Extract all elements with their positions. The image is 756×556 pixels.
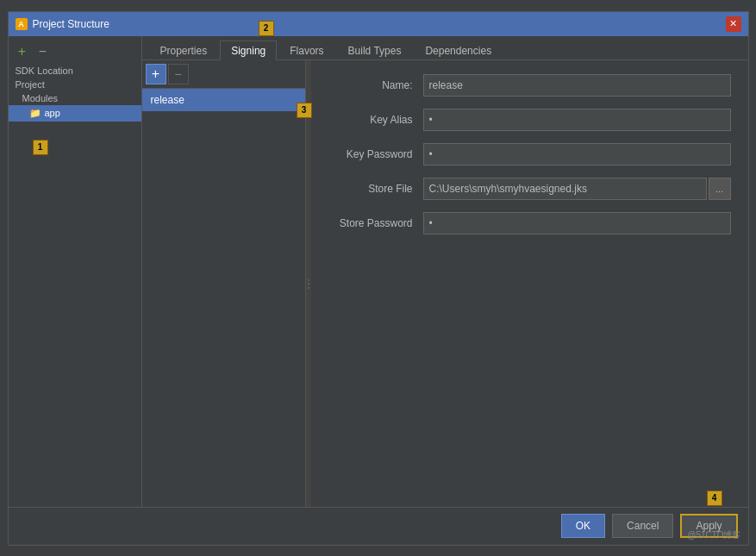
badge-4: 4 <box>707 490 722 506</box>
form-row-store-password: Store Password <box>328 212 731 234</box>
cancel-button[interactable]: Cancel <box>612 514 673 538</box>
list-item-release[interactable]: release <box>142 89 305 111</box>
tab-build-types[interactable]: Build Types <box>337 41 413 60</box>
badge-1: 1 <box>33 140 48 155</box>
tab-flavors[interactable]: Flavors <box>278 41 334 60</box>
form-panel: Name: Key Alias Key Password <box>311 60 748 507</box>
store-password-input[interactable] <box>423 212 731 234</box>
project-structure-window: A Project Structure ✕ + − SDK Location P… <box>8 11 749 546</box>
list-panel: + − release <box>142 60 306 507</box>
tab-dependencies[interactable]: Dependencies <box>414 41 503 60</box>
sidebar-remove-button[interactable]: − <box>34 43 52 60</box>
window-body: + − SDK Location Project Modules 📁 app P… <box>9 36 748 507</box>
tab-properties[interactable]: Properties <box>149 41 219 60</box>
list-panel-toolbar: + − <box>142 60 305 89</box>
store-file-input-group: ... <box>423 178 731 200</box>
main-content: Properties Signing Flavors Build Types D… <box>142 36 748 507</box>
ok-button[interactable]: OK <box>561 514 605 538</box>
key-alias-input[interactable] <box>423 109 731 131</box>
browse-button[interactable]: ... <box>709 178 731 200</box>
form-row-key-alias: Key Alias <box>328 109 731 131</box>
store-file-input[interactable] <box>423 178 707 200</box>
form-row-store-file: Store File ... <box>328 178 731 200</box>
list-remove-button[interactable]: − <box>168 64 189 84</box>
list-add-button[interactable]: + <box>146 64 166 84</box>
key-password-input[interactable] <box>423 143 731 166</box>
list-items: release <box>142 89 305 507</box>
app-icon: A <box>16 18 28 30</box>
folder-icon: 📁 <box>29 108 41 119</box>
content-panel: + − release Name: <box>142 60 748 507</box>
bottom-bar: OK Cancel Apply <box>9 507 748 545</box>
sidebar-item-app[interactable]: 📁 app <box>9 105 141 122</box>
title-bar-left: A Project Structure <box>16 18 109 30</box>
tab-signing[interactable]: Signing <box>220 41 277 60</box>
sdk-location-label: SDK Location <box>9 64 141 78</box>
form-row-name: Name: <box>328 74 731 97</box>
badge-3: 3 <box>297 103 312 118</box>
store-file-label: Store File <box>328 183 423 195</box>
form-row-key-password: Key Password <box>328 143 731 166</box>
sidebar-toolbar: + − <box>9 40 141 64</box>
key-password-label: Key Password <box>328 148 423 160</box>
window-title: Project Structure <box>33 18 109 30</box>
sidebar-add-button[interactable]: + <box>14 43 31 60</box>
sidebar: + − SDK Location Project Modules 📁 app <box>9 36 142 507</box>
key-alias-label: Key Alias <box>328 114 423 126</box>
name-input[interactable] <box>423 74 731 97</box>
close-button[interactable]: ✕ <box>726 16 741 32</box>
modules-label: Modules <box>9 91 141 105</box>
store-password-label: Store Password <box>328 217 423 229</box>
title-bar: A Project Structure ✕ <box>9 12 748 36</box>
watermark: @51CTO博客 <box>687 529 740 541</box>
badge-2: 2 <box>259 21 274 36</box>
project-label: Project <box>9 78 141 91</box>
sidebar-item-app-label: app <box>45 108 60 118</box>
tabs-bar: Properties Signing Flavors Build Types D… <box>142 36 748 60</box>
name-label: Name: <box>328 79 423 91</box>
